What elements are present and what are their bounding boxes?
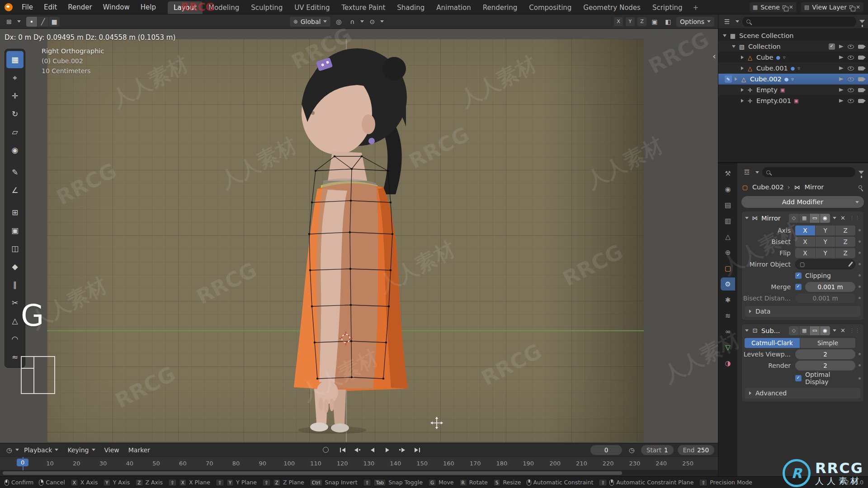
tab-particles[interactable]: ✱ <box>721 293 735 306</box>
menu-marker[interactable]: Marker <box>124 446 154 454</box>
previous-keyframe-button[interactable] <box>351 445 364 455</box>
breadcrumb-modifier[interactable]: Mirror <box>805 183 824 191</box>
tab-shading[interactable]: Shading <box>391 1 430 14</box>
bisect-distance-field[interactable]: 0.001 m <box>795 293 855 303</box>
move-tool[interactable]: ✛ <box>6 87 24 104</box>
play-reverse-button[interactable] <box>366 445 379 455</box>
menu-keying[interactable]: Keying <box>63 446 99 454</box>
mirror-x-toggle[interactable]: X <box>614 17 623 26</box>
disclosure-icon[interactable] <box>741 66 744 70</box>
mirror-y-toggle[interactable]: Y <box>626 17 635 26</box>
vertex-select-button[interactable]: • <box>26 17 37 27</box>
data-subpanel-header[interactable]: Data <box>745 306 860 317</box>
tab-geometry-nodes[interactable]: Geometry Nodes <box>577 1 646 14</box>
sidebar-collapse-arrow[interactable]: ‹ <box>712 51 716 61</box>
modifier-name-field[interactable]: Sub... <box>761 327 780 334</box>
scene-selector[interactable]: ▦ Scene ✕ <box>750 2 797 12</box>
menu-window[interactable]: Window <box>98 0 135 14</box>
properties-editor-icon[interactable]: ☲ <box>741 167 752 177</box>
eyedropper-icon[interactable] <box>848 262 853 267</box>
collection-checkbox[interactable] <box>829 43 835 50</box>
display-render-toggle[interactable]: ◉ <box>820 214 830 223</box>
edge-select-button[interactable]: ╱ <box>38 17 48 27</box>
use-preview-range-icon[interactable]: ◷ <box>626 445 637 455</box>
proportional-editing-icon[interactable]: ⊙ <box>367 17 377 27</box>
frame-end-field[interactable]: End250 <box>678 445 714 455</box>
unlink-scene-icon[interactable]: ✕ <box>789 4 793 10</box>
merge-checkbox[interactable] <box>795 284 802 290</box>
hide-icon[interactable] <box>848 66 854 70</box>
3d-viewport[interactable]: Dx: 0 m Dy: 0.09495 m Dz: 0.04558 m (0.1… <box>0 29 718 443</box>
annotate-tool[interactable]: ✎ <box>6 164 24 181</box>
hide-icon[interactable] <box>848 99 854 103</box>
properties-search-input[interactable] <box>762 167 855 177</box>
auto-keying-toggle[interactable] <box>323 447 329 453</box>
outliner-row-cube-001[interactable]: △ Cube.001 ● ▿ <box>718 63 868 74</box>
modifier-name-field[interactable]: Mirror <box>761 215 781 222</box>
disclosure-icon[interactable] <box>741 99 744 103</box>
tab-rendering[interactable]: Rendering <box>477 1 524 14</box>
breadcrumb-object[interactable]: Cube.002 <box>752 183 784 191</box>
merge-threshold-field[interactable]: 0.001 m <box>805 282 855 292</box>
levels-viewport-field[interactable]: 2 <box>795 349 855 359</box>
mirror-z-toggle[interactable]: Z <box>637 17 646 26</box>
pin-icon[interactable] <box>859 185 862 189</box>
filter-icon[interactable] <box>859 20 865 23</box>
selectable-icon[interactable] <box>839 66 844 70</box>
add-workspace-button[interactable]: + <box>689 1 703 14</box>
outliner-row-cube-002-active[interactable]: ✎ △ Cube.002 ● ▿ <box>718 74 868 84</box>
advanced-subpanel-header[interactable]: Advanced <box>745 388 860 399</box>
inset-faces-tool[interactable]: ◫ <box>6 240 24 257</box>
render-visibility-icon[interactable] <box>858 45 864 49</box>
extras-menu-icon[interactable] <box>833 329 836 332</box>
tab-view-layer[interactable]: ▥ <box>721 214 735 227</box>
remove-modifier-button[interactable]: ✕ <box>839 327 847 334</box>
remove-view-layer-icon[interactable]: ✕ <box>856 4 860 10</box>
tab-scene[interactable]: △ <box>721 230 735 243</box>
selectable-icon[interactable] <box>839 45 844 48</box>
next-keyframe-button[interactable] <box>396 445 409 455</box>
outliner-row-cube[interactable]: △ Cube ● ▿ <box>718 52 868 63</box>
playhead-frame-badge[interactable]: 0 <box>17 459 28 466</box>
tab-render[interactable]: ◉ <box>721 183 735 196</box>
simple-button[interactable]: Simple <box>800 338 855 348</box>
scrollbar-thumb[interactable] <box>3 471 622 475</box>
display-realtime-toggle[interactable]: ▭ <box>810 326 820 335</box>
add-modifier-button[interactable]: Add Modifier <box>741 196 864 208</box>
drag-handle[interactable]: ⋮⋮ <box>849 328 860 333</box>
outliner-editor-icon[interactable]: ☰ <box>722 17 732 27</box>
xray-toggle-icon[interactable]: ◧ <box>663 17 674 27</box>
tab-animation[interactable]: Animation <box>430 1 476 14</box>
transform-tool[interactable]: ◉ <box>6 141 24 159</box>
selectable-icon[interactable] <box>839 77 844 81</box>
menu-edit[interactable]: Edit <box>38 0 62 14</box>
tab-tool[interactable]: ⚒ <box>721 167 735 180</box>
catmull-clark-button[interactable]: Catmull-Clark <box>745 338 800 348</box>
view-layer-selector[interactable]: ▤ View Layer ✕ <box>801 2 863 12</box>
expand-icon[interactable] <box>745 329 749 332</box>
flip-axis-y[interactable]: Y <box>816 248 835 258</box>
clipping-checkbox[interactable] <box>795 272 802 279</box>
hide-icon[interactable] <box>848 45 854 49</box>
display-render-toggle[interactable]: ◉ <box>820 326 830 335</box>
timeline-editor-icon[interactable]: ◷ <box>4 445 14 455</box>
select-box-tool[interactable]: ▦ <box>6 51 24 68</box>
doll-character-model[interactable] <box>289 45 411 434</box>
frame-start-field[interactable]: Start1 <box>641 445 674 455</box>
tab-compositing[interactable]: Compositing <box>523 1 577 14</box>
cursor-tool[interactable]: ⌖ <box>6 69 24 86</box>
selectable-icon[interactable] <box>839 56 844 59</box>
drag-handle[interactable]: ⋮⋮ <box>849 215 860 221</box>
render-visibility-icon[interactable] <box>858 66 864 70</box>
play-button[interactable] <box>381 445 394 455</box>
current-frame-field[interactable]: 0 <box>590 445 622 455</box>
hide-icon[interactable] <box>848 88 854 92</box>
outliner-row-empty-001[interactable]: ✛ Empty.001 ▣ <box>718 95 868 106</box>
render-visibility-icon[interactable] <box>858 88 864 92</box>
disclosure-icon[interactable] <box>741 56 744 59</box>
tab-scripting[interactable]: Scripting <box>646 1 689 14</box>
disclosure-icon[interactable] <box>735 77 737 81</box>
hide-icon[interactable] <box>848 77 854 81</box>
menu-help[interactable]: Help <box>135 0 161 14</box>
tab-layout[interactable]: Layout <box>168 1 203 14</box>
